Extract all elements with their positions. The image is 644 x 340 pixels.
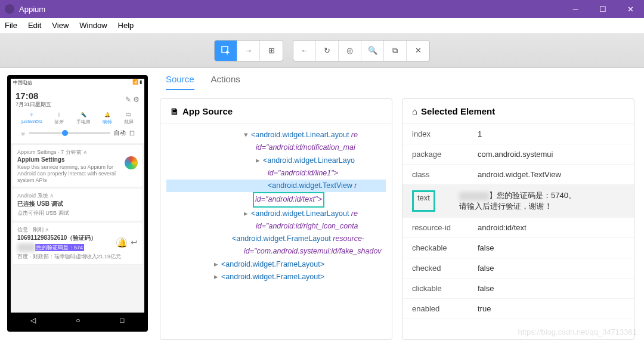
toolbar: → ⊞ ← ↻ ◎ 🔍 ⧉ ✕ <box>0 33 644 68</box>
wifi-icon: ᯤ <box>30 112 35 118</box>
window-title: Appium <box>19 5 45 14</box>
watermark-text: https://blog.csdn.net/qq_34713361 <box>518 327 637 336</box>
toolbar-group-select: → ⊞ <box>214 40 283 61</box>
tag-icon: ⌂ <box>412 106 417 116</box>
device-screen[interactable]: 中国电信📶 ▮ 17:08 7月31日星期五 ✎ ⚙ ᯤjustwin5G ᛒ蓝… <box>11 79 144 328</box>
quit-button[interactable]: ✕ <box>407 41 429 61</box>
minimize-button[interactable]: ─ <box>562 0 589 18</box>
highlighted-id-box: id="android:id/text"> <box>253 192 324 207</box>
menu-file[interactable]: File <box>5 21 17 30</box>
prop-row: checkedfalse <box>402 258 634 279</box>
prop-row: clickablefalse <box>402 279 634 299</box>
maximize-button[interactable]: ☐ <box>589 0 617 18</box>
menu-edit[interactable]: Edit <box>28 21 41 30</box>
titlebar: Appium ─ ☐ ✕ <box>0 0 644 18</box>
selected-tree-node[interactable]: <android.widget.TextView r <box>166 180 386 192</box>
app-source-title: App Source <box>182 106 233 116</box>
element-properties: index1 packagecom.android.systemui class… <box>402 124 634 319</box>
menu-window[interactable]: Window <box>79 21 107 30</box>
document-icon: 🗎 <box>170 106 179 116</box>
device-preview-column: 中国电信📶 ▮ 17:08 7月31日星期五 ✎ ⚙ ᯤjustwin5G ᛒ蓝… <box>0 68 155 340</box>
copy-xml-button[interactable]: ⧉ <box>384 41 407 61</box>
bell-icon: 🔔 <box>104 112 110 118</box>
close-button[interactable]: ✕ <box>617 0 644 18</box>
tab-actions[interactable]: Actions <box>211 74 240 90</box>
device-frame: 中国电信📶 ▮ 17:08 7月31日星期五 ✎ ⚙ ᯤjustwin5G ᛒ蓝… <box>7 75 148 332</box>
sun-icon: ☼ <box>20 130 26 137</box>
phone-time: 17:08 <box>16 91 51 101</box>
content-area: 中国电信📶 ▮ 17:08 7月31日星期五 ✎ ⚙ ᯤjustwin5G ᛒ蓝… <box>0 68 644 340</box>
select-element-button[interactable] <box>215 41 237 61</box>
prop-row: index1 <box>402 124 634 144</box>
record-button[interactable]: ◎ <box>339 41 361 61</box>
app-source-panel: 🗎App Source ▾<android.widget.LinearLayou… <box>160 98 392 340</box>
prop-row: classandroid.widget.TextView <box>402 165 634 185</box>
menubar: File Edit View Window Help <box>0 18 644 33</box>
phone-quick-settings: ᯤjustwin5G ᛒ蓝牙 🔦手电筒 🔔响铃 ⿻截屏 <box>16 109 140 126</box>
phone-navbar: ◁○□ <box>11 313 144 328</box>
source-tree[interactable]: ▾<android.widget.LinearLayout re id="and… <box>160 124 392 327</box>
highlighted-text-key: text <box>412 190 435 212</box>
prop-row: packagecom.android.systemui <box>402 144 634 165</box>
selected-element-title: Selected Element <box>421 106 495 116</box>
appium-color-icon <box>125 156 138 169</box>
prop-row: resource-idandroid:id/text <box>402 218 634 238</box>
reply-icon: ↩ <box>131 237 138 248</box>
toolbar-group-nav: ← ↻ ◎ 🔍 ⧉ ✕ <box>293 40 430 61</box>
menu-help[interactable]: Help <box>118 21 134 30</box>
refresh-button[interactable]: ↻ <box>316 41 339 61</box>
prop-row-text: text 】您的验证码是：5740。请输入后进行验证，谢谢！ <box>402 185 634 218</box>
phone-statusbar: 中国电信📶 ▮ <box>11 79 144 87</box>
brightness-slider: ☼自动☐ <box>16 126 140 141</box>
mute-icon: 🔔 <box>116 237 127 248</box>
swipe-button[interactable]: → <box>237 41 260 61</box>
search-button[interactable]: 🔍 <box>361 41 384 61</box>
inspector-tabs: Source Actions <box>155 68 644 90</box>
notification-card: Android 系统 ∧ 已连接 USB 调试 点击可停用 USB 调试 <box>13 188 143 221</box>
app-logo-icon <box>5 4 14 14</box>
torch-icon: 🔦 <box>80 112 86 118</box>
back-button[interactable]: ← <box>293 41 316 61</box>
screenshot-icon: ⿻ <box>126 112 131 118</box>
tap-coords-button[interactable]: ⊞ <box>260 41 283 61</box>
notification-card: Appium Settings · 7 分钟前 ∧ Appium Setting… <box>13 145 143 187</box>
prop-row: enabledtrue <box>402 299 634 319</box>
sms-text-highlight: 您的验证码是：574 <box>35 244 84 251</box>
redacted-icon <box>459 192 489 200</box>
menu-view[interactable]: View <box>52 21 69 30</box>
tab-source[interactable]: Source <box>166 74 194 90</box>
selected-element-panel: ⌂Selected Element index1 packagecom.andr… <box>402 98 634 340</box>
prop-row: checkablefalse <box>402 238 634 258</box>
notification-card: 信息 · 刚刚 ∧ 106911298352610（验证码） 您的验证码是：57… <box>13 222 143 264</box>
phone-edit-icons: ✎ ⚙ <box>125 95 140 104</box>
bluetooth-icon: ᛒ <box>58 112 61 118</box>
phone-date: 7月31日星期五 <box>16 101 51 109</box>
